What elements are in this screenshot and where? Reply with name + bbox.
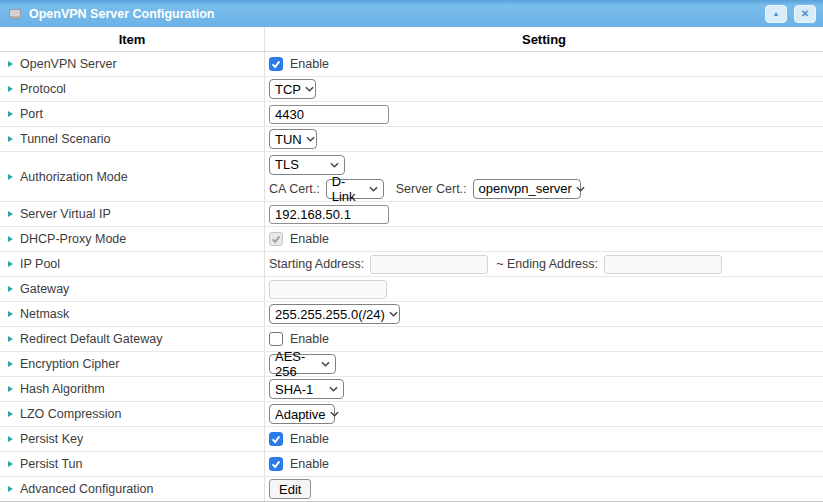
- selected-value: Adaptive: [275, 407, 326, 422]
- row-authorization-mode: Authorization Mode TLS CA Cert.: D-Link …: [0, 152, 823, 202]
- ip-pool-start-input: [370, 255, 488, 274]
- server-cert-label: Server Cert.:: [396, 182, 467, 196]
- advanced-configuration-edit-button[interactable]: Edit: [269, 479, 311, 499]
- ending-address-label: ~ Ending Address:: [496, 257, 598, 271]
- chevron-down-icon: [321, 361, 330, 367]
- arrow-bullet-icon: [8, 436, 13, 442]
- encryption-cipher-select[interactable]: AES-256: [269, 354, 336, 374]
- chevron-down-icon: [576, 186, 585, 192]
- arrow-bullet-icon: [8, 286, 13, 292]
- enable-label: Enable: [290, 457, 329, 471]
- arrow-bullet-icon: [8, 486, 13, 492]
- item-label: Authorization Mode: [20, 170, 128, 184]
- selected-value: TCP: [275, 82, 301, 97]
- item-label: Server Virtual IP: [20, 207, 111, 221]
- item-label: LZO Compression: [20, 407, 121, 421]
- close-button[interactable]: ✕: [794, 5, 816, 23]
- tunnel-scenario-select[interactable]: TUN: [269, 129, 317, 149]
- item-label: Persist Key: [20, 432, 83, 446]
- row-port: Port: [0, 102, 823, 127]
- persist-tun-enable-checkbox[interactable]: [269, 457, 283, 471]
- selected-value: 255.255.255.0(/24): [275, 307, 385, 322]
- selected-value: AES-256: [275, 349, 317, 379]
- row-openvpn-server: OpenVPN Server Enable: [0, 52, 823, 77]
- port-input[interactable]: [269, 105, 389, 124]
- row-server-virtual-ip: Server Virtual IP: [0, 202, 823, 227]
- item-label: Port: [20, 107, 43, 121]
- server-cert-select[interactable]: openvpn_server: [473, 179, 581, 199]
- arrow-bullet-icon: [8, 361, 13, 367]
- openvpn-server-enable-checkbox[interactable]: [269, 57, 283, 71]
- arrow-bullet-icon: [8, 311, 13, 317]
- enable-label: Enable: [290, 57, 329, 71]
- persist-key-enable-checkbox[interactable]: [269, 432, 283, 446]
- selected-value: openvpn_server: [479, 181, 572, 196]
- ip-pool-end-input: [604, 255, 722, 274]
- row-redirect-default-gateway: Redirect Default Gateway Enable: [0, 327, 823, 352]
- dhcp-proxy-enable-checkbox: [269, 232, 283, 246]
- redirect-default-gateway-enable-checkbox[interactable]: [269, 332, 283, 346]
- row-persist-tun: Persist Tun Enable: [0, 452, 823, 477]
- window-title: OpenVPN Server Configuration: [29, 7, 758, 21]
- chevron-down-icon: [330, 162, 339, 168]
- row-netmask: Netmask 255.255.255.0(/24): [0, 302, 823, 327]
- row-gateway: Gateway: [0, 277, 823, 302]
- selected-value: D-Link: [332, 174, 365, 204]
- item-label: Netmask: [20, 307, 69, 321]
- protocol-select[interactable]: TCP: [269, 79, 316, 99]
- enable-label: Enable: [290, 232, 329, 246]
- row-ip-pool: IP Pool Starting Address: ~ Ending Addre…: [0, 252, 823, 277]
- chevron-down-icon: [330, 411, 339, 417]
- arrow-bullet-icon: [8, 111, 13, 117]
- item-label: Redirect Default Gateway: [20, 332, 162, 346]
- starting-address-label: Starting Address:: [269, 257, 364, 271]
- chevron-down-icon: [329, 386, 338, 392]
- selected-value: SHA-1: [275, 382, 313, 397]
- ca-cert-label: CA Cert.:: [269, 182, 320, 196]
- openvpn-server-configuration-panel: OpenVPN Server Configuration ▲ ✕ Item Se…: [0, 0, 823, 502]
- hash-algorithm-select[interactable]: SHA-1: [269, 379, 344, 399]
- netmask-select[interactable]: 255.255.255.0(/24): [269, 304, 400, 324]
- row-encryption-cipher: Encryption Cipher AES-256: [0, 352, 823, 377]
- row-persist-key: Persist Key Enable: [0, 427, 823, 452]
- row-hash-algorithm: Hash Algorithm SHA-1: [0, 377, 823, 402]
- row-protocol: Protocol TCP: [0, 77, 823, 102]
- arrow-bullet-icon: [8, 411, 13, 417]
- item-label: Protocol: [20, 82, 66, 96]
- arrow-bullet-icon: [8, 336, 13, 342]
- lzo-compression-select[interactable]: Adaptive: [269, 404, 335, 424]
- authorization-mode-select[interactable]: TLS: [269, 155, 345, 175]
- row-advanced-configuration: Advanced Configuration Edit: [0, 477, 823, 502]
- collapse-button[interactable]: ▲: [765, 5, 787, 23]
- arrow-bullet-icon: [8, 236, 13, 242]
- header-item: Item: [0, 27, 265, 51]
- item-label: Persist Tun: [20, 457, 83, 471]
- titlebar: OpenVPN Server Configuration ▲ ✕: [0, 0, 823, 27]
- item-label: IP Pool: [20, 257, 60, 271]
- item-label: DHCP-Proxy Mode: [20, 232, 126, 246]
- item-label: Tunnel Scenario: [20, 132, 111, 146]
- arrow-bullet-icon: [8, 211, 13, 217]
- item-label: Gateway: [20, 282, 69, 296]
- arrow-bullet-icon: [8, 386, 13, 392]
- arrow-bullet-icon: [8, 61, 13, 67]
- selected-value: TLS: [275, 157, 299, 172]
- selected-value: TUN: [275, 132, 302, 147]
- server-virtual-ip-input[interactable]: [269, 205, 389, 224]
- row-lzo-compression: LZO Compression Adaptive: [0, 402, 823, 427]
- enable-label: Enable: [290, 332, 329, 346]
- arrow-bullet-icon: [8, 261, 13, 267]
- chevron-down-icon: [306, 136, 315, 142]
- chevron-down-icon: [305, 86, 314, 92]
- window-icon: [9, 9, 21, 19]
- row-dhcp-proxy-mode: DHCP-Proxy Mode Enable: [0, 227, 823, 252]
- arrow-bullet-icon: [8, 174, 13, 180]
- arrow-bullet-icon: [8, 86, 13, 92]
- ca-cert-select[interactable]: D-Link: [326, 179, 384, 199]
- chevron-down-icon: [369, 186, 378, 192]
- item-label: Encryption Cipher: [20, 357, 119, 371]
- chevron-down-icon: [389, 311, 398, 317]
- gateway-input: [269, 280, 387, 299]
- collapse-arrow-icon: ▲: [773, 10, 780, 17]
- row-tunnel-scenario: Tunnel Scenario TUN: [0, 127, 823, 152]
